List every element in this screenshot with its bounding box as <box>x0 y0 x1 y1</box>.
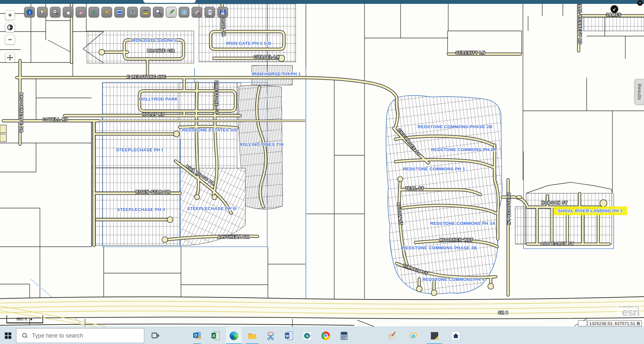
taskbar-icon-sticky-notes[interactable] <box>427 327 442 344</box>
search-coordinates-button[interactable]: xy <box>153 7 164 17</box>
sticky-notes-icon <box>430 331 439 340</box>
pinned-apps-group-1: O X W S <box>189 327 352 344</box>
map-label: HOLLY RD <box>142 112 165 117</box>
map-label: BRONZE CIR <box>147 49 175 53</box>
map-canvas[interactable]: IRON GATE S/D PH.IIIRON GATE PH 1 S/DIRO… <box>0 0 644 327</box>
print-button[interactable] <box>204 7 215 17</box>
yellow-parcels <box>0 125 6 142</box>
scale-expander-icon[interactable]: ▲ <box>30 317 33 321</box>
select-cursor-icon <box>38 8 47 16</box>
photo-link-button[interactable] <box>127 7 138 17</box>
hand-icon <box>64 8 72 16</box>
select-features-button[interactable] <box>37 7 48 17</box>
close-button[interactable]: × <box>637 0 643 6</box>
bird-eye-button[interactable] <box>101 7 112 17</box>
map-label: OLD EGRET ST <box>541 242 574 246</box>
scale-label: 660 ft <box>16 317 27 321</box>
map-label: OKALOOSA LN <box>507 192 511 225</box>
zoom-out-button[interactable]: − <box>5 35 15 44</box>
taskbar-icon-chrome[interactable] <box>318 327 333 344</box>
erase-button[interactable] <box>76 7 86 17</box>
taskbar-icon-calculator[interactable] <box>336 327 352 344</box>
add-selection-button[interactable] <box>89 7 99 17</box>
svg-text:?: ? <box>145 10 146 13</box>
zoom-in-button[interactable]: + <box>5 10 15 20</box>
esri-logo: esri <box>619 308 639 317</box>
coordinates-value: 1325238.53, 637571.51 <box>589 321 635 326</box>
search-icon <box>22 333 27 338</box>
scale-bar: 660 ft ▲ <box>6 315 43 323</box>
eraser-icon <box>77 8 85 16</box>
titlebar-notch <box>143 0 196 3</box>
overlay-collapse-button[interactable]: ↙ <box>611 5 618 13</box>
search-input[interactable] <box>31 332 129 339</box>
esri-watermark: POWERED BY esri <box>617 305 641 317</box>
pan-position-button[interactable] <box>5 53 15 62</box>
floppy-icon <box>219 8 227 16</box>
printer-icon <box>206 8 214 16</box>
svg-text:i: i <box>29 10 30 14</box>
magnifier-xy-icon: xy <box>154 8 163 16</box>
map-label: LIMESTONE CT <box>214 81 219 114</box>
ie-icon: e <box>409 331 418 340</box>
coordinate-units-box[interactable] <box>578 320 587 326</box>
calculator-icon <box>340 331 348 340</box>
map-label: REDSTONE COMMONS PHASE 2B <box>418 124 492 129</box>
identify-button[interactable]: i <box>24 7 35 17</box>
task-view-button[interactable] <box>149 330 162 341</box>
taskbar-search[interactable] <box>16 328 144 343</box>
taskbar-icon-snipping-tool[interactable] <box>263 327 278 344</box>
google-earth-button[interactable] <box>114 7 125 17</box>
identify-icon: i <box>25 8 34 16</box>
query-objects-button[interactable] <box>192 7 202 17</box>
results-panel-tab[interactable]: Results <box>635 79 644 105</box>
map-label: COVELL RD <box>43 117 68 122</box>
globe-icon <box>7 24 13 31</box>
zoom-select-button[interactable] <box>50 7 61 17</box>
add-selection-icon <box>90 8 98 16</box>
windows-logo-icon <box>4 332 12 339</box>
map-label: SERENITY LN <box>456 51 485 55</box>
taskbar-icon-internet-explorer[interactable]: e <box>405 327 421 344</box>
pencil-icon <box>167 8 175 16</box>
start-button[interactable] <box>3 331 13 340</box>
taskbar-icon-file-explorer[interactable] <box>244 327 260 344</box>
sharepoint-icon: S <box>303 331 312 340</box>
svg-text:S: S <box>306 334 308 338</box>
task-view-icon <box>151 331 159 340</box>
taskbar-icon-sharepoint[interactable]: S <box>299 327 315 344</box>
taskbar-icon-paint[interactable] <box>384 327 400 344</box>
coordinates-expand-icon[interactable]: ⊞ <box>637 321 640 326</box>
map-toolbar: i ? xy <box>24 7 228 17</box>
gis-application-window: IRON GATE S/D PH.IIIRON GATE PH 1 S/DIRO… <box>0 0 644 344</box>
svg-text:xy: xy <box>160 13 162 16</box>
map-label: REDSTONE COMMONS PHASE 3B <box>402 245 477 250</box>
minus-icon: − <box>8 36 12 43</box>
title-bar <box>0 0 644 4</box>
plus-icon: + <box>8 12 12 19</box>
markup-pencil-button[interactable] <box>166 7 176 17</box>
bird-icon <box>103 8 111 16</box>
map-extent-button[interactable] <box>179 7 189 17</box>
highway-band <box>0 297 644 327</box>
taskbar-icon-word[interactable]: W <box>281 327 297 344</box>
house-icon <box>451 331 460 340</box>
taskbar-icon-property-app[interactable] <box>448 327 463 344</box>
taskbar-icon-outlook[interactable]: O <box>189 327 205 344</box>
map-label: HOBSON ST <box>541 201 568 205</box>
taskbar-icon-edge[interactable] <box>226 327 242 344</box>
taskbar-icon-excel[interactable]: X <box>208 327 223 344</box>
pan-button[interactable] <box>63 7 73 17</box>
map-label: IRON GATE PH 1 S/D <box>226 41 271 46</box>
edge-icon <box>230 331 238 340</box>
map-label: STEEPLECHASE PH III <box>187 206 237 211</box>
map-label: TEAL ST <box>405 186 424 191</box>
save-button[interactable] <box>217 7 228 17</box>
map-label: BROOKMEADE DR <box>19 93 24 133</box>
measure-button[interactable]: ? <box>140 7 151 17</box>
coordinate-readout: 1325238.53, 637571.51 ⊞ <box>578 320 642 326</box>
globe-home-button[interactable] <box>5 23 15 32</box>
map-label: ALYSHEBA DR <box>218 235 249 239</box>
map-label: IRON HORSE T/H PH 1 <box>252 72 301 76</box>
map-label: CITADEL LN <box>253 55 280 59</box>
